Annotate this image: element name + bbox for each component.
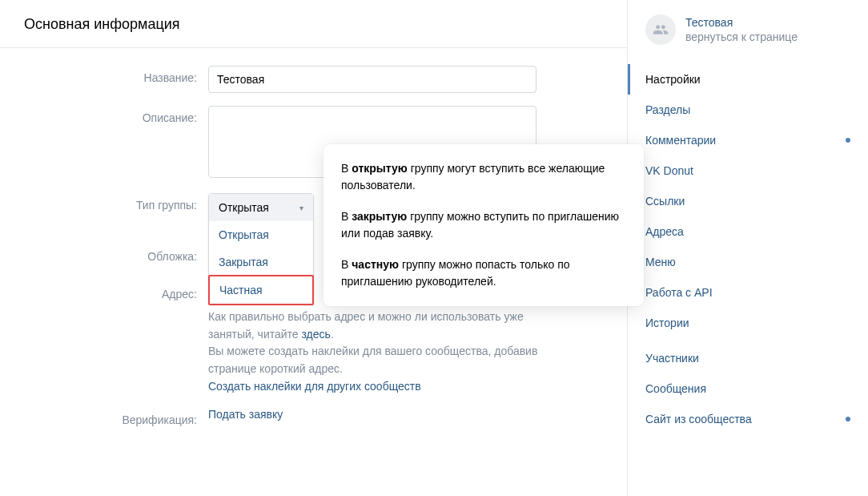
- dropdown-option-private[interactable]: Частная: [208, 275, 314, 305]
- nav-item-label: Истории: [645, 317, 689, 329]
- row-name: Название:: [24, 66, 603, 93]
- nav-item-label: Ссылки: [645, 195, 685, 208]
- nav-item-label: Разделы: [645, 103, 690, 116]
- sidebar-nav: Настройки Разделы Комментарии VK Donut С…: [628, 64, 868, 434]
- nav-stories[interactable]: Истории: [628, 308, 868, 338]
- nav-settings[interactable]: Настройки: [628, 64, 868, 95]
- help-text: Как правильно выбрать адрес и можно ли и…: [208, 308, 553, 395]
- dropdown-option-open[interactable]: Открытая: [209, 221, 313, 248]
- label-name: Название:: [24, 66, 208, 84]
- verification-link[interactable]: Подать заявку: [208, 408, 283, 421]
- nav-menu[interactable]: Меню: [628, 247, 868, 277]
- dropdown-selected-label: Открытая: [219, 201, 269, 214]
- nav-item-label: VK Donut: [645, 164, 693, 177]
- dropdown-option-closed[interactable]: Закрытая: [209, 248, 313, 276]
- row-verification: Верификация: Подать заявку: [24, 408, 603, 426]
- name-input[interactable]: [208, 66, 536, 93]
- back-to-page[interactable]: Тестовая вернуться к странице: [628, 0, 868, 59]
- type-dropdown[interactable]: Открытая ▾ Открытая Закрытая Частная: [208, 193, 314, 305]
- help-link-here[interactable]: здесь: [302, 328, 331, 341]
- people-icon: [653, 22, 669, 38]
- label-verification: Верификация:: [24, 408, 208, 426]
- label-cover: Обложка:: [24, 244, 208, 263]
- nav-links[interactable]: Ссылки: [628, 186, 868, 216]
- nav-item-label: Меню: [645, 256, 676, 268]
- nav-item-label: Участники: [645, 352, 699, 365]
- type-tooltip: В открытую группу могут вступить все жел…: [323, 144, 644, 306]
- nav-item-label: Работа с API: [645, 286, 713, 299]
- group-avatar: [645, 14, 676, 45]
- chevron-down-icon: ▾: [299, 204, 303, 212]
- label-description: Описание:: [24, 106, 208, 124]
- nav-item-label: Сообщения: [645, 382, 706, 395]
- group-name: Тестовая: [685, 16, 798, 29]
- nav-vk-donut[interactable]: VK Donut: [628, 155, 868, 186]
- nav-sections[interactable]: Разделы: [628, 95, 868, 125]
- nav-item-label: Адреса: [645, 225, 684, 238]
- row-help: Как правильно выбрать адрес и можно ли и…: [24, 308, 603, 395]
- nav-api[interactable]: Работа с API: [628, 277, 868, 308]
- label-address: Адрес:: [24, 282, 208, 300]
- nav-members[interactable]: Участники: [628, 343, 868, 373]
- nav-item-label: Настройки: [645, 73, 701, 86]
- dropdown-selected[interactable]: Открытая ▾: [209, 194, 313, 221]
- nav-comments[interactable]: Комментарии: [628, 125, 868, 155]
- sidebar: Тестовая вернуться к странице Настройки …: [628, 0, 868, 496]
- nav-item-label: Сайт из сообщества: [645, 413, 752, 425]
- nav-item-label: Комментарии: [645, 134, 716, 147]
- notification-dot: [846, 417, 850, 421]
- nav-site-from-community[interactable]: Сайт из сообщества: [628, 404, 868, 434]
- nav-messages[interactable]: Сообщения: [628, 373, 868, 404]
- back-text: вернуться к странице: [685, 30, 798, 43]
- nav-addresses[interactable]: Адреса: [628, 216, 868, 247]
- page-title: Основная информация: [0, 0, 627, 48]
- notification-dot: [846, 138, 850, 143]
- main-content: Основная информация Название: Описание: …: [0, 0, 628, 496]
- label-type: Тип группы:: [24, 193, 208, 212]
- stickers-link[interactable]: Создать наклейки для других сообществ: [208, 380, 421, 393]
